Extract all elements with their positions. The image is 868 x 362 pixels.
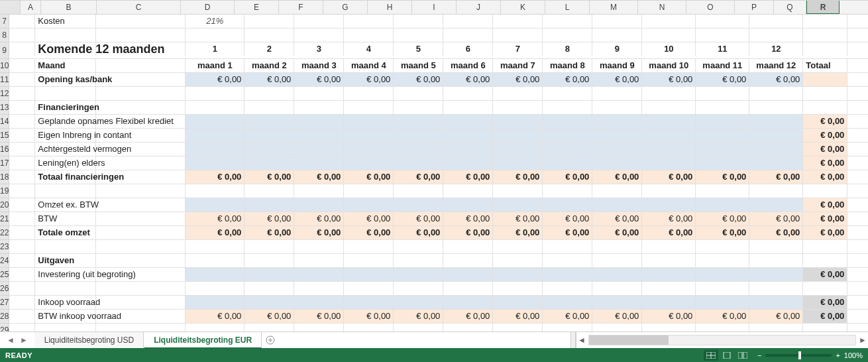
row-header-22[interactable]: 22 [0, 226, 9, 240]
row-header-20[interactable]: 20 [0, 198, 9, 212]
cell-D11[interactable]: € 0,00 [186, 73, 244, 86]
cell-E24[interactable] [244, 254, 294, 267]
cell-G7[interactable] [344, 15, 394, 28]
cell-Q8[interactable] [847, 29, 868, 42]
cell-O7[interactable] [749, 15, 803, 28]
cell-M27[interactable] [642, 296, 696, 309]
cell-C10[interactable] [96, 59, 186, 72]
cell-M15[interactable] [642, 129, 696, 142]
cell-K7[interactable] [543, 15, 592, 28]
cell-O26[interactable] [749, 282, 803, 295]
cell-B8[interactable] [35, 29, 96, 42]
cell-K23[interactable] [543, 240, 592, 253]
cell-O21[interactable]: € 0,00 [749, 212, 803, 225]
cell-B17[interactable]: Lening(en) elders [35, 156, 96, 170]
cell-Q16[interactable] [847, 143, 868, 156]
cell-Q23[interactable] [847, 240, 868, 253]
cell-Q19[interactable] [847, 184, 868, 198]
cell-E15[interactable] [244, 129, 294, 142]
cell-Q10[interactable] [847, 59, 868, 72]
cell-E23[interactable] [244, 240, 294, 253]
cell-J7[interactable] [493, 15, 543, 28]
cell-G11[interactable]: € 0,00 [344, 73, 394, 86]
cell-A27[interactable] [9, 296, 35, 309]
cell-M18[interactable]: € 0,00 [642, 170, 696, 184]
cell-N19[interactable] [696, 184, 749, 198]
row-header-19[interactable]: 19 [0, 184, 9, 198]
cell-J10[interactable]: maand 7 [493, 59, 543, 72]
cell-E29[interactable] [244, 324, 294, 332]
cell-E7[interactable] [244, 15, 294, 28]
cell-H28[interactable]: € 0,00 [394, 310, 443, 323]
cell-M23[interactable] [642, 240, 696, 253]
col-header-M[interactable]: M [590, 1, 638, 14]
cell-L20[interactable] [592, 198, 642, 211]
cell-D18[interactable]: € 0,00 [186, 170, 244, 184]
row-header-26[interactable]: 26 [0, 282, 9, 296]
cell-D13[interactable] [186, 101, 244, 114]
cell-M11[interactable]: € 0,00 [642, 73, 696, 86]
cell-J27[interactable] [493, 296, 543, 309]
cell-I25[interactable] [443, 268, 493, 281]
cell-J25[interactable] [493, 268, 543, 281]
cell-F14[interactable] [294, 115, 344, 128]
cell-G29[interactable] [344, 324, 394, 332]
cell-G24[interactable] [344, 254, 394, 267]
cell-P20[interactable]: € 0,00 [803, 198, 847, 211]
cell-G23[interactable] [344, 240, 394, 253]
cell-C7[interactable] [96, 15, 186, 28]
cell-Q7[interactable] [847, 15, 868, 28]
cell-M19[interactable] [642, 184, 696, 198]
col-header-C[interactable]: C [97, 1, 181, 14]
cell-J9[interactable]: 7 [493, 42, 543, 56]
cell-Q29[interactable] [847, 324, 868, 332]
cell-D24[interactable] [186, 254, 244, 267]
cell-O13[interactable] [749, 101, 803, 114]
cell-E18[interactable]: € 0,00 [244, 170, 294, 184]
cell-F10[interactable]: maand 3 [294, 59, 344, 72]
cell-G13[interactable] [344, 101, 394, 114]
cell-K18[interactable]: € 0,00 [543, 170, 592, 184]
cell-A25[interactable] [9, 268, 35, 281]
cell-H26[interactable] [394, 282, 443, 295]
col-header-O[interactable]: O [686, 1, 735, 14]
scroll-left-arrow[interactable]: ◄ [576, 335, 587, 345]
tab-split-handle[interactable] [570, 332, 576, 348]
cell-C22[interactable] [96, 226, 186, 239]
cell-J17[interactable] [493, 156, 543, 170]
cell-N13[interactable] [696, 101, 749, 114]
cell-F20[interactable] [294, 198, 344, 211]
cell-I15[interactable] [443, 129, 493, 142]
cell-F25[interactable] [294, 268, 344, 281]
cell-K14[interactable] [543, 115, 592, 128]
cell-D7[interactable]: 21% [186, 15, 244, 28]
cell-E14[interactable] [244, 115, 294, 128]
cell-J8[interactable] [493, 29, 543, 42]
cell-N29[interactable] [696, 324, 749, 332]
cell-Q26[interactable] [847, 282, 868, 295]
cell-N22[interactable]: € 0,00 [696, 226, 749, 239]
cell-A10[interactable] [9, 59, 35, 72]
scroll-right-arrow[interactable]: ► [857, 335, 868, 345]
cell-F17[interactable] [294, 156, 344, 170]
cell-P27[interactable]: € 0,00 [803, 296, 847, 309]
cell-B7[interactable]: Kosten [35, 15, 96, 28]
cell-H19[interactable] [394, 184, 443, 198]
cell-I28[interactable]: € 0,00 [443, 310, 493, 323]
cell-L27[interactable] [592, 296, 642, 309]
col-header-I[interactable]: I [412, 1, 457, 14]
cell-N24[interactable] [696, 254, 749, 267]
cell-D10[interactable]: maand 1 [186, 59, 244, 72]
tab-nav-buttons[interactable]: ◄ ► [0, 332, 34, 348]
cell-O16[interactable] [749, 143, 803, 156]
cell-G8[interactable] [344, 29, 394, 42]
cell-N17[interactable] [696, 156, 749, 170]
cell-H18[interactable]: € 0,00 [394, 170, 443, 184]
cell-Q9[interactable] [847, 42, 868, 56]
cell-P8[interactable] [803, 29, 847, 42]
cell-E16[interactable] [244, 143, 294, 156]
view-page-layout-button[interactable] [720, 350, 734, 361]
cell-C8[interactable] [96, 29, 186, 42]
cell-P17[interactable]: € 0,00 [803, 156, 847, 170]
cell-N15[interactable] [696, 129, 749, 142]
